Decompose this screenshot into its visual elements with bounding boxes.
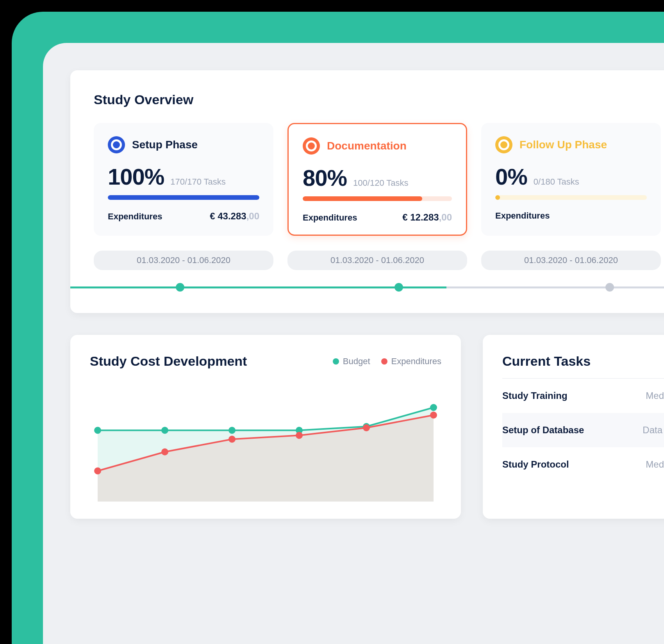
phase-progress-bar — [495, 195, 647, 200]
study-overview-panel: Study Overview Setup Phase 100% 170/170 … — [70, 70, 664, 313]
svg-point-6 — [94, 468, 101, 475]
dashboard-surface: Study Overview Setup Phase 100% 170/170 … — [43, 43, 664, 644]
legend-budget: Budget — [333, 356, 370, 366]
study-cost-panel: Study Cost Development Budget Expenditur… — [70, 335, 461, 519]
task-row[interactable]: Study Protocol Medical — [502, 447, 664, 482]
timeline-marker[interactable] — [176, 283, 184, 292]
legend-expenditures: Expenditures — [381, 356, 441, 366]
phase-progress-fill — [303, 196, 422, 201]
phase-card-followup[interactable]: Follow Up Phase 0% 0/180 Tasks Expenditu… — [481, 123, 661, 236]
svg-point-11 — [430, 412, 437, 419]
timeline-date-range: 01.03.2020 - 01.06.2020 — [94, 251, 273, 270]
task-category: Medical — [646, 459, 664, 470]
current-tasks-panel: Current Tasks Study Training Medical Set… — [483, 335, 664, 519]
svg-point-0 — [94, 427, 101, 434]
svg-point-1 — [161, 427, 168, 434]
task-name: Setup of Database — [502, 425, 584, 436]
target-icon — [495, 136, 512, 153]
current-tasks-title: Current Tasks — [502, 354, 664, 369]
legend-dot-icon — [381, 358, 387, 365]
phase-name: Follow Up Phase — [519, 139, 607, 151]
phase-name: Setup Phase — [132, 139, 198, 151]
task-row[interactable]: Study Training Medical — [502, 379, 664, 413]
target-icon — [108, 136, 125, 153]
expenditures-label: Expenditures — [108, 212, 162, 222]
phase-percent: 80% — [303, 165, 347, 191]
expenditures-label: Expenditures — [495, 211, 550, 221]
task-category: Data Ma — [643, 425, 664, 436]
expenditures-value: € 12.283,00 — [402, 212, 452, 223]
phase-card-documentation[interactable]: Documentation 80% 100/120 Tasks Expendit… — [287, 123, 467, 236]
phase-progress-bar — [108, 195, 259, 200]
task-name: Study Training — [502, 390, 568, 401]
svg-point-9 — [296, 432, 303, 439]
phase-name: Documentation — [327, 140, 407, 152]
cost-line-chart[interactable] — [90, 384, 441, 502]
phase-percent: 0% — [495, 164, 527, 190]
svg-point-7 — [161, 448, 168, 455]
study-cost-title: Study Cost Development — [90, 354, 247, 369]
timeline-date-range: 01.03.2020 - 01.06.2020 — [481, 251, 661, 270]
timeline-marker[interactable] — [394, 283, 403, 292]
phase-cards-row: Setup Phase 100% 170/170 Tasks Expenditu… — [94, 123, 664, 236]
phase-progress-fill — [495, 195, 500, 200]
expenditures-value: € 43.283,00 — [210, 211, 259, 222]
chart-legend: Budget Expenditures — [333, 356, 441, 366]
svg-point-5 — [430, 404, 437, 411]
timeline-track[interactable] — [70, 282, 664, 294]
legend-dot-icon — [333, 358, 339, 365]
phase-card-setup[interactable]: Setup Phase 100% 170/170 Tasks Expenditu… — [94, 123, 273, 236]
task-category: Medical — [646, 390, 664, 401]
timeline-marker[interactable] — [605, 283, 614, 292]
svg-point-2 — [228, 427, 236, 434]
timeline-date-range: 01.03.2020 - 01.06.2020 — [287, 251, 467, 270]
outer-frame: Study Overview Setup Phase 100% 170/170 … — [12, 12, 664, 644]
phase-task-count: 0/180 Tasks — [534, 177, 579, 187]
phase-progress-bar — [303, 196, 452, 201]
phase-progress-fill — [108, 195, 259, 200]
svg-point-10 — [363, 424, 370, 431]
svg-point-8 — [228, 436, 236, 443]
expenditures-label: Expenditures — [303, 213, 357, 223]
target-icon — [303, 137, 320, 155]
phase-task-count: 170/170 Tasks — [170, 177, 225, 187]
timeline: 01.03.2020 - 01.06.2020 01.03.2020 - 01.… — [94, 251, 664, 294]
study-overview-title: Study Overview — [94, 92, 664, 107]
phase-task-count: 100/120 Tasks — [353, 178, 408, 188]
phase-percent: 100% — [108, 164, 164, 190]
task-name: Study Protocol — [502, 459, 569, 470]
task-row[interactable]: Setup of Database Data Ma — [502, 413, 664, 447]
